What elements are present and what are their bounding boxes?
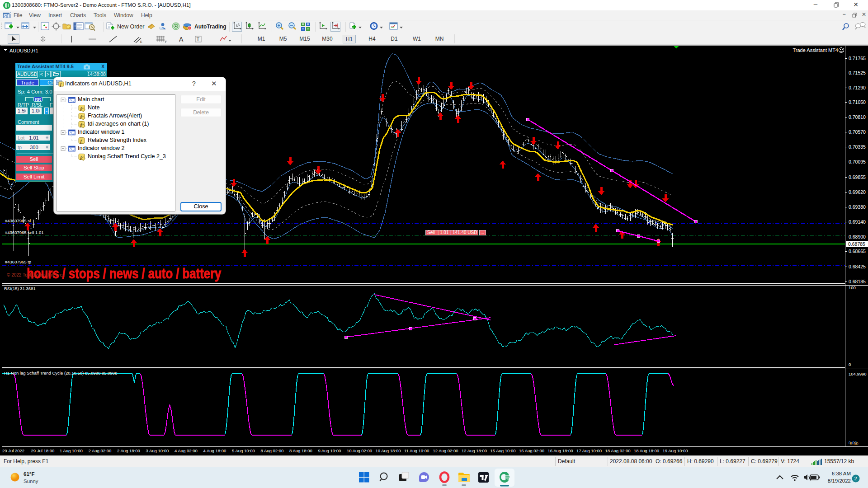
svg-text:E: E	[140, 40, 142, 43]
svg-text:29 Jul 2022: 29 Jul 2022	[2, 448, 24, 453]
svg-text:16 Aug 18:00: 16 Aug 18:00	[548, 448, 573, 453]
svg-text:© 2022 TopLessons.In/Forex: © 2022 TopLessons.In/Forex	[7, 272, 65, 277]
svg-text:104.9998: 104.9998	[849, 371, 867, 376]
svg-text:0.70810: 0.70810	[849, 114, 866, 120]
svg-text:0.70335: 0.70335	[849, 144, 866, 150]
svg-text:11 Aug 10:00: 11 Aug 10:00	[404, 448, 429, 453]
svg-text:0.71525: 0.71525	[849, 70, 866, 75]
svg-text:2 Aug 02:00: 2 Aug 02:00	[89, 448, 112, 453]
svg-text:2 Aug 18:00: 2 Aug 18:00	[117, 448, 140, 453]
svg-text:8 Aug 02:00: 8 Aug 02:00	[261, 448, 284, 453]
svg-text:0.70095: 0.70095	[849, 159, 866, 164]
svg-text:18 Aug 02:00: 18 Aug 02:00	[605, 448, 631, 453]
svg-text:0.71290: 0.71290	[849, 85, 866, 90]
svg-text:3 Aug 10:00: 3 Aug 10:00	[146, 448, 169, 453]
svg-text:#43607965 sell 1.01: #43607965 sell 1.01	[5, 230, 44, 235]
svg-text:0.68185: 0.68185	[849, 279, 866, 284]
svg-text:4 Aug 18:00: 4 Aug 18:00	[203, 448, 226, 453]
svg-text:8 Aug 18:00: 8 Aug 18:00	[289, 448, 312, 453]
svg-text:AutoTrading: AutoTrading	[194, 23, 226, 30]
svg-text:Sell: Sell	[427, 230, 435, 235]
svg-text:5 Aug 10:00: 5 Aug 10:00	[232, 448, 255, 453]
svg-text:5.00: 5.00	[850, 441, 859, 446]
svg-text:4 Aug 02:00: 4 Aug 02:00	[175, 448, 198, 453]
svg-text:AUDUSD,H1: AUDUSD,H1	[9, 48, 38, 53]
svg-text:H1 Non lag Schaff Trend Cycle: H1 Non lag Schaff Trend Cycle (20,10,50)…	[4, 371, 117, 375]
svg-text:0.68425: 0.68425	[849, 264, 866, 269]
svg-text:19 Aug 10:00: 19 Aug 10:00	[663, 448, 688, 453]
svg-text:0.71765: 0.71765	[849, 56, 866, 61]
svg-text:17 Aug 10:00: 17 Aug 10:00	[576, 448, 602, 453]
svg-text:16 Aug 02:00: 16 Aug 02:00	[519, 448, 544, 453]
svg-text:100: 100	[849, 285, 856, 290]
svg-text:A: A	[179, 36, 184, 43]
svg-text:0.69620: 0.69620	[849, 189, 866, 195]
svg-text:#43607965 sl: #43607965 sl	[5, 218, 31, 223]
svg-text:0.70570: 0.70570	[849, 129, 866, 135]
svg-text:New Order: New Order	[117, 23, 144, 30]
svg-text:10 Aug 18:00: 10 Aug 18:00	[376, 448, 401, 453]
svg-text:10 Aug 02:00: 10 Aug 02:00	[347, 448, 372, 453]
svg-text:T: T	[197, 37, 200, 42]
svg-text:|: |	[438, 230, 439, 235]
svg-text:141.40 USD: 141.40 USD	[453, 230, 477, 235]
svg-text:0: 0	[849, 362, 851, 367]
svg-text:2: 2	[854, 476, 857, 481]
svg-text:0.68665: 0.68665	[849, 249, 866, 254]
svg-text:...: ...	[481, 230, 484, 235]
svg-text:15 Aug 10:00: 15 Aug 10:00	[491, 448, 516, 453]
svg-text:0.68785: 0.68785	[848, 241, 865, 247]
svg-text:12 Aug 02:00: 12 Aug 02:00	[433, 448, 458, 453]
svg-text:|: |	[450, 230, 452, 235]
svg-text:18 Aug 18:00: 18 Aug 18:00	[634, 448, 659, 453]
svg-text:F: F	[165, 40, 167, 43]
svg-text:29 Jul 18:00: 29 Jul 18:00	[31, 448, 55, 453]
svg-text:0.69855: 0.69855	[849, 174, 866, 180]
svg-text:12 Aug 18:00: 12 Aug 18:00	[462, 448, 487, 453]
svg-text:1 Aug 10:00: 1 Aug 10:00	[60, 448, 83, 453]
svg-text:RSI(15) 31.3681: RSI(15) 31.3681	[4, 286, 36, 291]
svg-text:0.71050: 0.71050	[849, 99, 866, 105]
svg-text:0.69380: 0.69380	[849, 204, 866, 210]
svg-text:0.68900: 0.68900	[849, 234, 866, 239]
svg-text:9 Aug 10:00: 9 Aug 10:00	[318, 448, 341, 453]
svg-text:Trade Assistant MT4: Trade Assistant MT4	[793, 47, 838, 53]
svg-text:#43607965 tp: #43607965 tp	[5, 259, 31, 264]
svg-text:0.69140: 0.69140	[849, 219, 866, 225]
svg-text:1.01: 1.01	[440, 230, 449, 235]
